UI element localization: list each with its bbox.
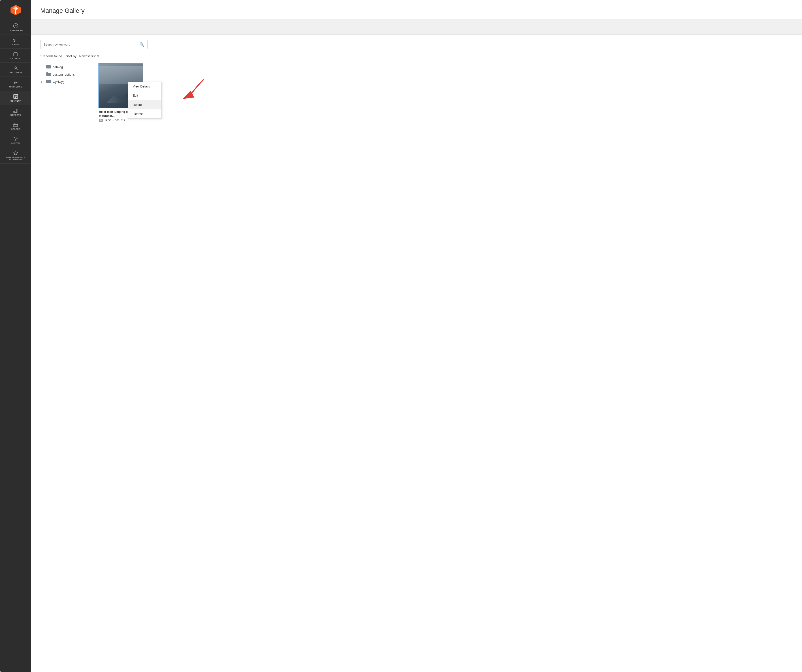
context-menu-item-edit[interactable]: Edit [128, 91, 161, 100]
context-menu-item-view-details[interactable]: View Details [128, 82, 161, 91]
sort-by-label: Sort by: [66, 54, 78, 58]
search-input[interactable] [44, 43, 139, 46]
context-menu-item-license[interactable]: License [128, 110, 161, 118]
sidebar: DASHBOARD$SALESCATALOGCUSTOMERSMARKETING… [0, 0, 31, 672]
sidebar-item-label-catalog: CATALOG [11, 58, 21, 60]
customers-icon [13, 66, 18, 71]
image-type: JPEG [104, 119, 111, 122]
folder-item-wysiwyg[interactable]: ›wysiwyg [40, 78, 89, 86]
sidebar-item-catalog[interactable]: CATALOG [0, 48, 31, 63]
svg-rect-15 [14, 124, 18, 127]
folder-name: custom_options [53, 73, 75, 76]
folder-list: catalogcustom_options›wysiwyg [40, 63, 89, 86]
svg-rect-13 [15, 110, 16, 113]
sidebar-item-label-partners: FIND PARTNERS & EXTENSIONS [2, 156, 29, 161]
sidebar-item-partners[interactable]: FIND PARTNERS & EXTENSIONS [0, 147, 31, 163]
svg-text:$: $ [13, 38, 15, 42]
folder-icon [46, 65, 51, 69]
svg-rect-8 [14, 94, 18, 99]
svg-rect-3 [15, 10, 16, 14]
folder-icon [46, 72, 51, 77]
sidebar-item-dashboard[interactable]: DASHBOARD [0, 20, 31, 34]
folder-name: wysiwyg [53, 80, 65, 84]
sidebar-item-label-sales: SALES [12, 44, 19, 46]
search-icon[interactable]: 🔍 [139, 42, 144, 47]
folder-icon [46, 79, 51, 84]
dashboard-icon [13, 23, 18, 28]
sort-select[interactable]: Newest first ▼ [79, 54, 100, 58]
red-arrow-annotation [161, 75, 206, 102]
content-icon [13, 94, 18, 99]
content-area: catalogcustom_options›wysiwyg View Detai… [31, 61, 802, 131]
sidebar-item-label-dashboard: DASHBOARD [9, 29, 23, 32]
sidebar-item-label-marketing: MARKETING [9, 86, 23, 88]
sort-value: Newest first [79, 54, 95, 58]
sidebar-item-label-content: CONTENT [11, 100, 21, 102]
sidebar-item-label-customers: CUSTOMERS [9, 72, 23, 74]
records-count: 1 records found [40, 54, 62, 58]
magento-logo-icon [10, 4, 22, 16]
sidebar-item-customers[interactable]: CUSTOMERS [0, 63, 31, 77]
image-separator: • [113, 119, 113, 122]
search-box: 🔍 [40, 40, 148, 49]
sidebar-item-label-stores: STORES [11, 128, 20, 130]
svg-rect-6 [14, 53, 18, 56]
sidebar-item-system[interactable]: SYSTEM [0, 133, 31, 147]
main-content: Manage Gallery 🔍 1 records found Sort by… [31, 0, 802, 672]
sort-dropdown-icon: ▼ [97, 54, 100, 58]
records-label: records found [43, 54, 62, 58]
sales-icon: $ [13, 37, 18, 42]
image-dimensions: 500x319 [115, 119, 125, 122]
reports-icon [13, 108, 18, 113]
folder-item-catalog[interactable]: catalog [40, 63, 89, 71]
folder-item-custom_options[interactable]: custom_options [40, 71, 89, 78]
image-card: View DetailsEditDeleteLicense Hiker man … [99, 63, 143, 122]
page-header: Manage Gallery [31, 0, 802, 19]
svg-rect-12 [14, 111, 15, 113]
sidebar-items-container: DASHBOARD$SALESCATALOGCUSTOMERSMARKETING… [0, 20, 31, 163]
stores-icon [13, 122, 18, 127]
folder-expand-icon[interactable]: › [41, 80, 44, 84]
image-thumb-container[interactable]: View DetailsEditDeleteLicense [99, 63, 143, 108]
svg-point-7 [15, 67, 16, 68]
stock-badge: St [99, 119, 103, 122]
svg-point-16 [15, 138, 16, 139]
sidebar-item-label-reports: REPORTS [10, 114, 21, 116]
context-menu-item-delete[interactable]: Delete [128, 100, 161, 109]
image-info: St JPEG • 500x319 [99, 119, 143, 122]
sidebar-logo [0, 0, 31, 20]
sidebar-item-sales[interactable]: $SALES [0, 34, 31, 48]
sidebar-item-reports[interactable]: REPORTS [0, 105, 31, 119]
partners-icon [13, 150, 18, 155]
sidebar-item-marketing[interactable]: MARKETING [0, 77, 31, 91]
search-area: 🔍 [31, 35, 802, 53]
record-number: 1 [40, 54, 42, 58]
page-title: Manage Gallery [40, 7, 793, 15]
toolbar-area [31, 19, 802, 35]
marketing-icon [13, 80, 18, 85]
folder-name: catalog [53, 65, 63, 69]
catalog-icon [13, 52, 18, 57]
svg-marker-17 [14, 151, 18, 155]
svg-rect-14 [16, 109, 17, 113]
sidebar-item-content[interactable]: CONTENT [0, 91, 31, 105]
gallery-area: View DetailsEditDeleteLicense Hiker man … [99, 61, 793, 122]
folder-tree: catalogcustom_options›wysiwyg [40, 61, 89, 122]
sidebar-item-label-system: SYSTEM [11, 142, 20, 144]
sidebar-item-stores[interactable]: STORES [0, 119, 31, 133]
system-icon [13, 136, 18, 141]
context-menu: View DetailsEditDeleteLicense [128, 82, 162, 119]
records-bar: 1 records found Sort by: Newest first ▼ [31, 53, 802, 61]
